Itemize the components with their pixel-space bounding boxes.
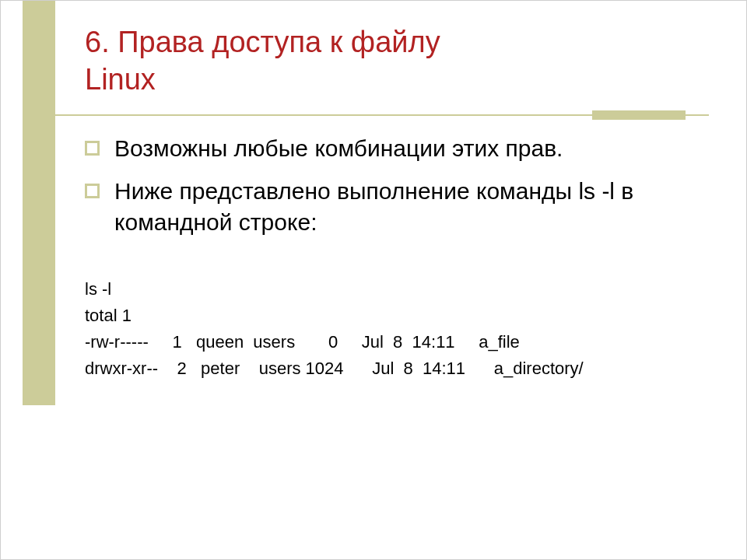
code-listing: ls -l total 1 -rw-r----- 1 queen users 0… — [85, 250, 715, 409]
listing-line: total 1 — [85, 306, 132, 325]
bullet-text: Возможны любые комбинации этих прав. — [114, 135, 563, 161]
title-line-1: 6. Права доступа к файлу — [85, 24, 715, 61]
bullet-text: Ниже представлено выполнение команды ls … — [114, 178, 633, 236]
left-accent-bar — [23, 1, 55, 405]
divider-accent-block — [592, 110, 686, 120]
title-line-2: Linux — [85, 61, 715, 99]
square-bullet-icon — [85, 141, 100, 156]
slide-title: 6. Права доступа к файлу Linux — [85, 24, 715, 98]
listing-line: -rw-r----- 1 queen users 0 Jul 8 14:11 a… — [85, 332, 520, 352]
slide: 6. Права доступа к файлу Linux Возможны … — [0, 0, 747, 560]
square-bullet-icon — [85, 184, 100, 198]
listing-line: drwxr-xr-- 2 peter users 1024 Jul 8 14:1… — [85, 359, 584, 378]
bullet-item: Возможны любые комбинации этих прав. — [85, 133, 715, 165]
listing-line: ls -l — [85, 279, 111, 299]
bullet-item: Ниже представлено выполнение команды ls … — [85, 176, 715, 239]
slide-body: Возможны любые комбинации этих прав. Ниж… — [85, 133, 715, 408]
